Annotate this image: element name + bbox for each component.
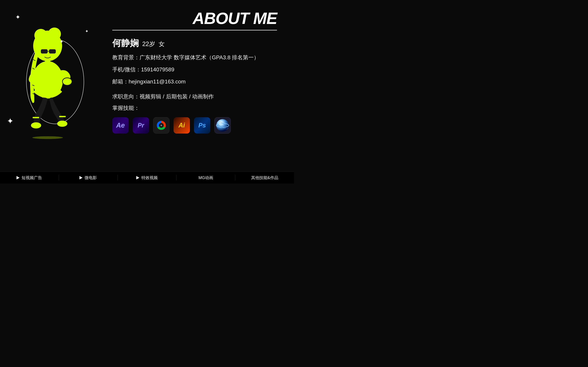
svg-point-23 [216,119,229,132]
phone-label: 手机/微信： [112,67,141,73]
svg-rect-10 [49,49,56,53]
ae-label: Ae [116,121,125,129]
name-line: 何静娴 22岁 女 [112,37,277,49]
nav-label-micro-film: 微电影 [85,175,97,180]
profile-gender: 女 [159,40,165,48]
svg-point-3 [48,27,61,41]
davinci-wheel-svg [156,120,167,131]
nav-label-short-video: 短视频广告 [22,175,42,180]
svg-point-15 [57,121,67,127]
software-icons-row: Ae Pr [112,117,277,133]
nav-play-icon-1 [17,176,20,179]
phone-line: 手机/微信：15914079589 [112,65,277,74]
job-intention-line: 求职意向：视频剪辑 / 后期包装 / 动画制作 [112,92,277,101]
nav-item-vfx[interactable]: 特效视频 [118,175,177,180]
page-container: ✦ ✦ ✦ [0,0,294,184]
nav-item-mg[interactable]: MG动画 [176,175,235,180]
nav-play-icon-2 [79,176,83,179]
c4d-sphere-svg [216,119,229,132]
svg-point-19 [32,136,63,139]
photoshop-icon: Ps [194,117,210,133]
svg-point-13 [62,78,72,85]
svg-rect-9 [41,49,48,53]
bottom-nav: 短视频广告 微电影 特效视频 MG动画 其他技能&作品 [0,172,294,184]
cinema4d-icon [214,117,231,133]
ps-label: Ps [198,122,206,129]
profile-age: 22岁 [142,40,155,48]
svg-point-2 [34,29,47,42]
davinci-icon [153,117,169,133]
education-line: 教育背景：广东财经大学 数字媒体艺术（GPA3.8 排名第一） [112,53,277,62]
svg-text:✦: ✦ [60,39,63,44]
nav-item-short-video[interactable]: 短视频广告 [0,175,59,180]
info-area: ABOUT ME 何静娴 22岁 女 教育背景：广东财经大学 数字媒体艺术（GP… [99,0,294,172]
phone-value: 15914079589 [141,67,174,73]
nav-label-vfx: 特效视频 [141,175,158,180]
premiere-icon: Pr [133,117,149,133]
nav-label-other: 其他技能&作品 [251,175,278,180]
ai-label: Ai [179,122,185,129]
section-divider [112,30,277,30]
svg-rect-17 [59,116,66,117]
svg-point-22 [161,125,162,126]
email-line: 邮箱：hejingxian11@163.com [112,77,277,86]
illustrator-icon: Ai [173,117,190,133]
svg-rect-16 [33,117,39,118]
svg-rect-12 [45,59,50,65]
profile-name: 何静娴 [112,37,139,49]
nav-label-mg: MG动画 [198,175,213,180]
skills-label: 掌握技能： [112,104,277,112]
email-value: hejingxian11@163.com [129,78,186,85]
main-content: ✦ ✦ ✦ [0,0,294,172]
character-illustration: ✦ [7,7,92,146]
email-label: 邮箱： [112,78,129,85]
about-me-title: ABOUT ME [112,10,277,26]
svg-point-14 [31,122,41,128]
pr-label: Pr [138,122,144,129]
nav-item-other[interactable]: 其他技能&作品 [235,175,294,180]
illustration-area: ✦ ✦ ✦ [0,0,99,160]
nav-play-icon-3 [136,176,139,179]
nav-item-micro-film[interactable]: 微电影 [59,175,118,180]
after-effects-icon: Ae [112,117,129,133]
